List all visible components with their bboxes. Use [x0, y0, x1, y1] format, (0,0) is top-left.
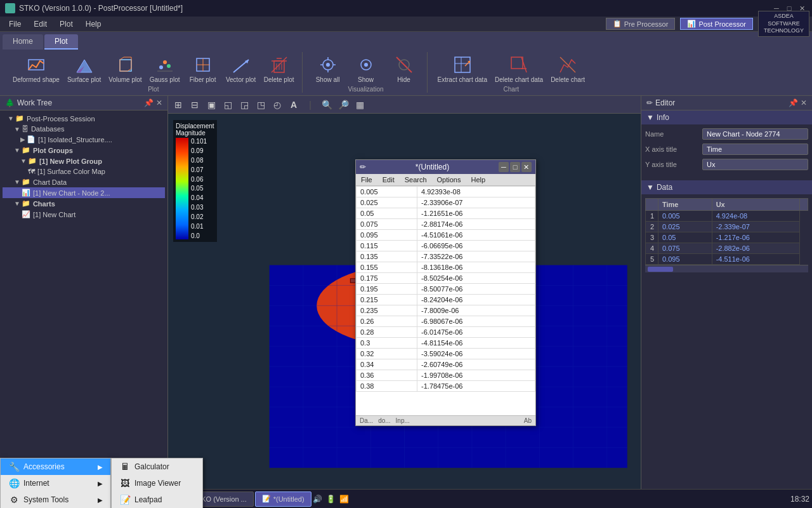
show-all-button[interactable]: Show all — [310, 52, 346, 84]
editor-xaxis-value[interactable]: Time — [702, 144, 808, 155]
sub-ctx-leafpad-label: Leafpad — [134, 495, 162, 504]
te-minimize[interactable]: ─ — [499, 162, 509, 172]
hscroll-thumb[interactable] — [648, 267, 673, 272]
te-menu-help[interactable]: Help — [468, 175, 488, 184]
editor-pin-button[interactable]: 📌 — [789, 98, 798, 107]
worktree-close-button[interactable]: ✕ — [156, 98, 162, 107]
worktree-title: Work Tree — [17, 98, 52, 107]
data-table-hscroll[interactable] — [645, 265, 808, 272]
sub-ctx-image-viewer-label: Image Viewer — [134, 479, 181, 488]
tab-plot[interactable]: Plot — [44, 34, 78, 50]
delete-chart-data-button[interactable]: Delete chart data — [492, 52, 546, 84]
post-processor-button[interactable]: 📊 Post Processor — [680, 18, 753, 30]
te-menu-options[interactable]: Options — [435, 175, 464, 184]
tree-charts[interactable]: ▼📁 Charts — [3, 198, 165, 209]
galculator-icon: 🖩 — [119, 462, 131, 472]
tree-new-chart-node[interactable]: 📊 [1] New Chart - Node 2... — [3, 187, 165, 198]
te-cell-ux: -4.81154e-06 — [417, 338, 535, 349]
surface-plot-button[interactable]: Surface plot — [65, 52, 103, 84]
ribbon-group-visualization-label: Visualization — [348, 86, 384, 93]
volume-plot-button[interactable]: Volume plot — [106, 52, 144, 84]
vp-btn-5[interactable]: ◲ — [237, 98, 252, 112]
pre-processor-button[interactable]: 📋 Pre Processor — [606, 18, 676, 30]
editor-yaxis-label: Y axis title — [645, 161, 702, 168]
ctx-system-tools[interactable]: ⚙ System Tools — [1, 491, 110, 508]
sub-ctx-image-viewer[interactable]: 🖼 Image Viewer — [112, 475, 202, 491]
te-content[interactable]: 0.0054.92393e-080.025-2.33906e-070.05-1.… — [356, 186, 535, 415]
taskbar-untitled-label: *(Untitled) — [273, 495, 304, 503]
tree-databases[interactable]: ▼🗄 Databases — [3, 124, 165, 134]
tree-chart-data[interactable]: ▼📁 Chart Data — [3, 177, 165, 187]
ctx-accessories[interactable]: 🔧 Accessories — [1, 458, 110, 475]
vp-btn-7[interactable]: ◴ — [270, 98, 285, 112]
menu-edit[interactable]: Edit — [27, 18, 53, 30]
vp-btn-4[interactable]: ◱ — [220, 98, 235, 112]
deformed-shape-button[interactable]: Deformed shape — [10, 52, 62, 84]
vector-plot-icon — [230, 53, 252, 76]
te-titlebar: ✏ *(Untitled) ─ □ ✕ — [356, 160, 535, 174]
te-cell-ux: -1.78475e-06 — [417, 381, 535, 392]
te-menu-file[interactable]: File — [358, 175, 375, 184]
menu-plot[interactable]: Plot — [53, 18, 79, 30]
data-cell-time: 0.05 — [658, 232, 712, 243]
ctx-internet[interactable]: 🌐 Internet — [1, 475, 110, 491]
delete-plot-button[interactable]: Delete plot — [261, 52, 297, 84]
worktree-icon: 🌲 — [5, 98, 15, 107]
tree-isolated-structure[interactable]: ▶📄 [1] Isolated_Structure.... — [3, 134, 165, 145]
vp-btn-2[interactable]: ⊟ — [187, 98, 202, 112]
sub-ctx-leafpad[interactable]: 📝 Leafpad — [112, 491, 202, 508]
data-cell-ux: -4.511e-06 — [712, 254, 799, 265]
data-cell-time: 0.025 — [658, 222, 712, 232]
menu-help[interactable]: Help — [79, 18, 108, 30]
vp-zoom-in[interactable]: 🔍 — [319, 98, 334, 112]
tree-new-plot-group[interactable]: ▼📁 [1] New Plot Group — [3, 156, 165, 166]
extract-chart-data-button[interactable]: Extract chart data — [435, 52, 490, 84]
tree-new-chart[interactable]: 📈 [1] New Chart — [3, 209, 165, 220]
editor-data-header[interactable]: ▼ Data — [641, 180, 812, 194]
gauss-plot-label: Gauss plot — [150, 76, 180, 83]
te-menu-edit[interactable]: Edit — [380, 175, 397, 184]
vp-grid[interactable]: ▦ — [352, 98, 367, 112]
tree-surface-color-map[interactable]: 🗺 [1] Surface Color Map — [3, 166, 165, 177]
network-icon[interactable]: 📶 — [339, 495, 349, 504]
te-close[interactable]: ✕ — [521, 162, 532, 172]
te-table-row: 0.34-2.60749e-06 — [357, 359, 535, 370]
te-menubar: File Edit Search Options Help — [356, 174, 535, 186]
te-cell-ux: -6.01475e-06 — [417, 327, 535, 338]
data-cell-ux: -2.339e-07 — [712, 222, 799, 232]
vp-zoom-out[interactable]: 🔎 — [336, 98, 351, 112]
viewport-toolbar: ⊞ ⊟ ▣ ◱ ◲ ◳ ◴ A | 🔍 🔎 ▦ — [168, 96, 641, 114]
hide-button[interactable]: Hide — [386, 52, 422, 84]
vp-btn-a[interactable]: A — [286, 98, 301, 112]
volume-icon[interactable]: 🔊 — [313, 495, 322, 504]
editor-info-header[interactable]: ▼ Info — [641, 110, 812, 124]
delete-chart-button[interactable]: Delete chart — [548, 52, 587, 84]
editor-info-section: ▼ Info Name New Chart - Node 2774 X axis… — [641, 110, 812, 178]
battery-icon[interactable]: 🔋 — [326, 495, 336, 504]
svg-point-6 — [163, 60, 167, 64]
ribbon-group-chart-label: Chart — [504, 86, 519, 93]
te-maximize[interactable]: □ — [510, 162, 520, 172]
editor-name-value[interactable]: New Chart - Node 2774 — [702, 128, 808, 140]
editor-yaxis-value[interactable]: Ux — [702, 159, 808, 170]
brand-logo: ASDEASOFTWARETECHNOLOGY — [758, 11, 809, 37]
sub-ctx-galculator[interactable]: 🖩 Galculator — [112, 458, 202, 475]
gauss-plot-button[interactable]: Gauss plot — [147, 52, 183, 84]
fiber-plot-button[interactable]: Fiber plot — [185, 52, 221, 84]
vector-plot-button[interactable]: Vector plot — [223, 52, 259, 84]
worktree-pin-button[interactable]: 📌 — [144, 98, 154, 107]
deformed-shape-icon — [25, 53, 48, 76]
taskbar-untitled[interactable]: 📝 *(Untitled) — [255, 491, 311, 507]
show-button[interactable]: Show — [348, 52, 384, 84]
te-table-row: 0.215-8.24204e-06 — [357, 295, 535, 305]
tree-post-process-session[interactable]: ▼📁 Post-Process Session — [3, 113, 165, 124]
menu-file[interactable]: File — [3, 18, 27, 30]
vp-btn-6[interactable]: ◳ — [253, 98, 268, 112]
data-cell-time: 0.095 — [658, 254, 712, 265]
tab-home[interactable]: Home — [3, 34, 43, 50]
vp-btn-3[interactable]: ▣ — [204, 98, 219, 112]
editor-close-button[interactable]: ✕ — [801, 98, 807, 107]
tree-plot-groups[interactable]: ▼📁 Plot Groups — [3, 145, 165, 156]
vp-btn-1[interactable]: ⊞ — [171, 98, 186, 112]
te-menu-search[interactable]: Search — [402, 175, 429, 184]
